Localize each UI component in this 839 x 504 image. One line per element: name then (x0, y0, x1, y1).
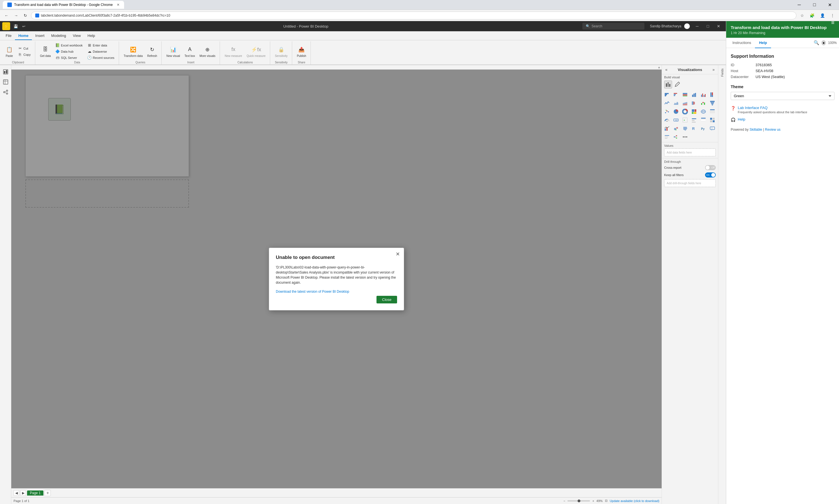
tab-help[interactable]: Help (755, 38, 771, 48)
drill-field-box[interactable]: Add drill-through fields here (664, 179, 716, 187)
viz-qna-btn[interactable]: ? (708, 125, 716, 132)
recent-sources-button[interactable]: 🕐 Recent sources (85, 55, 116, 61)
viz-stacked-bar-btn[interactable] (663, 91, 671, 98)
tab-view[interactable]: View (69, 32, 84, 40)
sql-server-button[interactable]: 🗃 SQL Server (53, 55, 85, 61)
enter-data-button[interactable]: ⊞ Enter data (85, 42, 116, 49)
theme-toggle[interactable]: ● (822, 40, 826, 46)
dataverse-button[interactable]: ☁ Dataverse (85, 49, 116, 55)
page-tab-1[interactable]: Page 1 (27, 490, 44, 496)
profile-button[interactable]: 👤 (818, 12, 826, 19)
viz-bubble-btn[interactable] (672, 125, 680, 132)
viz-smart-narrative-btn[interactable] (663, 133, 671, 141)
undo-btn[interactable]: ↩ (20, 23, 27, 30)
browser-minimize-button[interactable]: ─ (793, 0, 806, 10)
values-field-box[interactable]: Add data fields here (664, 148, 716, 156)
pbi-restore-btn[interactable]: □ (703, 21, 713, 31)
tab-home[interactable]: Home (15, 32, 32, 40)
data-hub-button[interactable]: 🔷 Data hub (53, 49, 85, 55)
viz-decomp-tree-btn[interactable] (672, 133, 680, 141)
help-link[interactable]: Help (738, 117, 746, 122)
add-page-button[interactable]: + (45, 490, 51, 496)
download-link[interactable]: Download the latest version of Power BI … (276, 290, 349, 293)
viz-type-chart-btn[interactable] (664, 80, 672, 88)
viz-matrix-btn[interactable] (708, 108, 716, 115)
cross-report-toggle[interactable]: Off (705, 165, 716, 170)
viz-py-visual-btn[interactable]: Py (699, 125, 707, 132)
skillable-link[interactable]: Skillable (750, 128, 762, 131)
viz-card-btn[interactable]: 42 (672, 116, 680, 124)
tab-modeling[interactable]: Modeling (48, 32, 70, 40)
viz-area-btn[interactable] (672, 99, 680, 107)
viz-donut-btn[interactable] (681, 108, 689, 115)
review-link[interactable]: Review us (765, 128, 780, 131)
fields-label[interactable]: Fields (719, 66, 725, 79)
extensions-button[interactable]: 🧩 (808, 12, 816, 19)
viz-slicer-btn[interactable] (690, 116, 698, 124)
viz-table-btn[interactable] (699, 116, 707, 124)
viz-gauge-btn[interactable] (663, 116, 671, 124)
tab-insert[interactable]: Insert (32, 32, 48, 40)
viz-more-btn[interactable] (681, 133, 689, 141)
lab-faq-link[interactable]: Lab Interface FAQ (738, 106, 768, 110)
viz-expand-btn[interactable]: » (711, 67, 716, 72)
viz-waterfall-btn[interactable] (699, 99, 707, 107)
text-box-button[interactable]: A Text box (183, 44, 197, 59)
paste-button[interactable]: 📋 Paste (3, 44, 15, 59)
reload-button[interactable]: ↻ (22, 12, 29, 19)
viz-kpi-btn[interactable]: ▲ (681, 116, 689, 124)
zoom-slider[interactable] (567, 500, 590, 502)
more-visuals-button[interactable]: ⊕ More visuals (198, 44, 218, 59)
modal-close-button[interactable]: Close (376, 296, 397, 303)
viz-map-btn[interactable] (699, 108, 707, 115)
tab-instructions[interactable]: Instructions (729, 38, 755, 48)
pbi-minimize-btn[interactable]: ─ (692, 21, 702, 31)
sidebar-report-icon[interactable] (1, 67, 10, 76)
viz-format-btn[interactable] (673, 80, 681, 88)
canvas-page[interactable]: 📗 ✕ Unable to open document 'D:\PL300\La… (11, 70, 662, 488)
page-tab-prev[interactable]: ◀ (14, 490, 19, 496)
save-quick-btn[interactable]: 💾 (13, 23, 19, 30)
viz-stacked-col-btn[interactable] (690, 91, 698, 98)
publish-button[interactable]: 📤 Publish (295, 44, 308, 59)
viz-funnel-btn[interactable] (708, 99, 716, 107)
viz-ribbon-btn[interactable] (690, 99, 698, 107)
viz-100pct-col-btn[interactable] (708, 91, 716, 98)
viz-pie-btn[interactable] (672, 108, 680, 115)
right-panel-menu-button[interactable]: ≡ (831, 19, 835, 26)
viz-matrix2-btn[interactable] (708, 116, 716, 124)
sidebar-table-icon[interactable] (1, 77, 10, 87)
new-measure-button[interactable]: fx New measure (223, 44, 244, 59)
fit-page-btn[interactable]: ⊡ (605, 499, 607, 503)
zoom-in-btn[interactable]: + (592, 499, 594, 503)
viz-filled-map-btn[interactable] (681, 125, 689, 132)
update-status[interactable]: Update available (click to download) (610, 499, 660, 503)
bookmarks-button[interactable]: ☆ (799, 12, 806, 19)
get-data-button[interactable]: 🗄 Get data (38, 44, 53, 59)
tab-file[interactable]: File (2, 32, 15, 40)
tab-close-icon[interactable]: ✕ (117, 3, 120, 7)
viz-stacked-area-btn[interactable] (681, 99, 689, 107)
viz-line-col-btn[interactable] (663, 125, 671, 132)
theme-select[interactable]: Green (731, 92, 835, 100)
modal-close-x-button[interactable]: ✕ (394, 250, 401, 258)
refresh-button[interactable]: ↻ Refresh (145, 44, 159, 59)
new-visual-button[interactable]: 📊 New visual (165, 44, 182, 59)
viz-scatter-btn[interactable] (663, 108, 671, 115)
viz-line-btn[interactable] (663, 99, 671, 107)
viz-clustered-col-btn[interactable] (699, 91, 707, 98)
browser-close-button[interactable]: ✕ (823, 0, 836, 10)
search-icon[interactable]: 🔍 (814, 40, 819, 46)
copy-button[interactable]: ⎘ Copy (16, 52, 33, 58)
sensitivity-button[interactable]: 🔒 Sensitivity (273, 44, 290, 59)
viz-r-visual-btn[interactable]: R (690, 125, 698, 132)
transform-data-button[interactable]: 🔀 Transform data (122, 44, 145, 59)
browser-tab[interactable]: Transform and load data with Power BI De… (3, 1, 124, 9)
pbi-close-btn[interactable]: ✕ (714, 21, 724, 31)
forward-button[interactable]: → (13, 12, 20, 19)
back-button[interactable]: ← (3, 12, 10, 19)
excel-button[interactable]: 📗 Excel workbook (53, 42, 85, 49)
address-bar[interactable]: labclient.labondemand.com/LabClient/60f3… (31, 12, 797, 19)
more-button[interactable]: ⋮ (829, 12, 836, 19)
cut-button[interactable]: ✂ Cut (16, 46, 33, 52)
